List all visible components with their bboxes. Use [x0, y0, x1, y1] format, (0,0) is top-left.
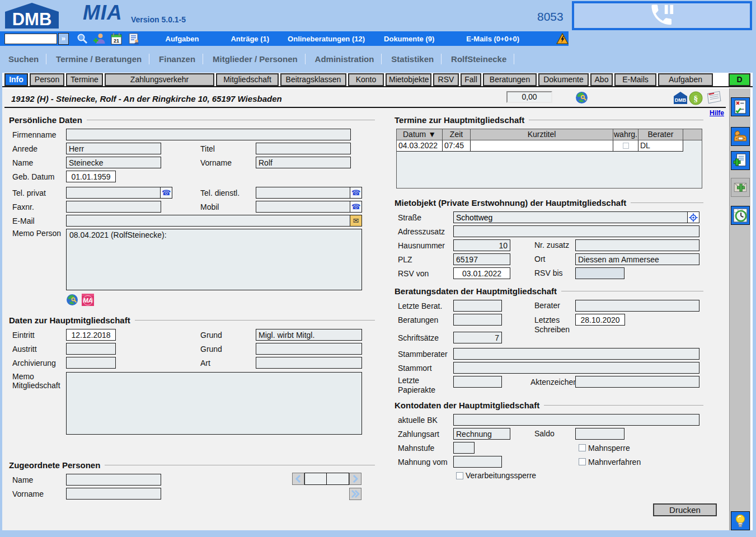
tab-info[interactable]: Info	[4, 73, 28, 86]
table-row[interactable]: 04.03.2022 07:45 DL	[397, 140, 702, 152]
art-input[interactable]	[256, 357, 362, 369]
tel-privat-input[interactable]	[67, 187, 160, 198]
pager-previous-button[interactable]	[292, 473, 304, 485]
open-persons-list-button[interactable]	[349, 488, 361, 500]
titel-input[interactable]	[256, 143, 351, 154]
mobil-input[interactable]	[256, 201, 350, 212]
column-header-berater[interactable]: Berater	[638, 129, 683, 140]
globe-key-icon[interactable]	[66, 294, 78, 308]
nr-zusatz-input[interactable]	[575, 239, 699, 251]
dmb-icon[interactable]: DMB	[673, 91, 688, 105]
add-document-icon[interactable]	[731, 151, 750, 170]
column-header-zeit[interactable]: Zeit	[443, 129, 471, 140]
add-person-icon[interactable]	[93, 32, 105, 45]
column-header-datum[interactable]: Datum ▼	[397, 129, 443, 140]
search-icon[interactable]	[77, 32, 88, 45]
bulb-icon[interactable]	[731, 511, 750, 530]
berater-input[interactable]	[575, 300, 699, 312]
pager-next-button[interactable]	[349, 473, 361, 485]
tab-termine[interactable]: Termine	[66, 73, 103, 86]
grund-eintritt-input[interactable]	[256, 329, 362, 341]
tab-beitragsklassen[interactable]: Beitragsklassen	[280, 73, 346, 86]
paragraph-icon[interactable]: §	[689, 91, 703, 105]
tab-beratungen[interactable]: Beratungen	[483, 73, 537, 86]
dial-phone-icon[interactable]: ☎	[160, 187, 172, 198]
fax-icon[interactable]	[731, 127, 750, 146]
tab-emails[interactable]: E-Mails	[614, 73, 656, 86]
toolbar-item-dokumente[interactable]: Dokumente (9)	[384, 35, 434, 43]
tab-aufgaben[interactable]: Aufgaben	[658, 73, 713, 86]
firmenname-input[interactable]	[66, 129, 351, 140]
toolbar-item-aufgaben[interactable]: Aufgaben	[166, 35, 199, 43]
dial-phone-icon[interactable]: ☎	[350, 187, 361, 198]
pager-index-field[interactable]	[304, 473, 327, 485]
menu-termine-beratungen[interactable]: Termine / Beratungen	[49, 54, 149, 64]
help-link[interactable]: Hilfe	[710, 109, 724, 117]
stammort-input[interactable]	[453, 362, 699, 374]
ort-input[interactable]	[575, 253, 699, 265]
task-list-icon[interactable]	[128, 32, 140, 45]
mahnsperre-checkbox[interactable]	[579, 444, 586, 451]
austritt-input[interactable]	[66, 343, 116, 355]
hausnummer-input[interactable]	[453, 239, 510, 251]
verarbeitungssperre-checkbox[interactable]	[456, 472, 463, 479]
column-header-kurztitel[interactable]: Kurztitel	[471, 129, 613, 140]
archivierung-input[interactable]	[66, 357, 116, 369]
tab-abo[interactable]: Abo	[590, 73, 613, 86]
tab-mietobjekte[interactable]: Mietobjekte	[386, 73, 431, 86]
mahnstufe-input[interactable]	[453, 442, 475, 454]
aktuelle-bk-input[interactable]	[453, 414, 699, 426]
letzte-papierakte-input[interactable]	[453, 376, 502, 388]
geb-datum-input[interactable]	[66, 171, 116, 182]
wahrgenommen-checkbox[interactable]	[623, 143, 629, 149]
rsv-bis-input[interactable]	[575, 267, 624, 279]
send-mail-icon[interactable]: ✉	[350, 215, 361, 226]
menu-mitglieder-personen[interactable]: Mitglieder / Personen	[205, 54, 306, 64]
menu-suchen[interactable]: Suchen	[1, 54, 46, 64]
anrede-input[interactable]	[66, 143, 161, 154]
warning-icon[interactable]	[556, 32, 569, 45]
toolbar-item-onlineberatungen[interactable]: Onlineberatungen (12)	[288, 35, 365, 43]
menu-user-rolfsteinecke[interactable]: RolfSteinecke	[444, 54, 514, 64]
newspaper-icon[interactable]	[705, 90, 720, 103]
memo-person-textarea[interactable]: 08.04.2021 (RolfSteinecke):	[66, 229, 362, 290]
stammberater-input[interactable]	[453, 348, 699, 360]
beratungen-input[interactable]	[453, 314, 502, 326]
menu-finanzen[interactable]: Finanzen	[152, 54, 203, 64]
column-header-wahrg[interactable]: wahrg.	[613, 129, 638, 140]
saldo-input[interactable]	[575, 428, 624, 440]
tab-rsv[interactable]: RSV	[433, 73, 459, 86]
locate-address-icon[interactable]	[687, 212, 699, 223]
quick-search-go-button[interactable]: »	[58, 33, 69, 45]
mahnverfahren-checkbox[interactable]	[579, 458, 586, 465]
toolbar-item-antraege[interactable]: Anträge (1)	[231, 35, 269, 43]
email-input[interactable]	[67, 215, 350, 226]
tab-dokumente[interactable]: Dokumente	[538, 73, 589, 86]
menu-administration[interactable]: Administration	[308, 54, 382, 64]
print-button[interactable]: Drucken	[653, 503, 717, 516]
strasse-input[interactable]	[454, 212, 687, 223]
phone-panel[interactable]	[572, 1, 752, 30]
zahlungsart-input[interactable]	[453, 428, 510, 440]
globe-key-icon[interactable]	[575, 91, 590, 105]
eintritt-input[interactable]	[66, 329, 116, 341]
letzte-berat-input[interactable]	[453, 300, 502, 312]
calendar-icon[interactable]: 21	[110, 32, 123, 45]
quick-search-input[interactable]	[4, 34, 57, 44]
vorname-input[interactable]	[256, 157, 351, 168]
pager-count-field[interactable]	[327, 473, 349, 485]
tab-person[interactable]: Person	[30, 73, 64, 86]
mahnung-vom-input[interactable]	[453, 456, 502, 468]
menu-statistiken[interactable]: Statistiken	[384, 54, 442, 64]
rsv-von-input[interactable]	[453, 267, 510, 279]
plz-input[interactable]	[453, 253, 510, 265]
tab-zahlungsverkehr[interactable]: Zahlungsverkehr	[105, 73, 214, 86]
grund-austritt-input[interactable]	[256, 343, 362, 355]
memo-mitgliedschaft-textarea[interactable]	[66, 372, 362, 435]
ma-icon[interactable]: MA	[82, 294, 94, 308]
checklist-icon[interactable]	[731, 97, 750, 116]
adresszusatz-input[interactable]	[453, 225, 699, 237]
toolbar-item-emails[interactable]: E-Mails (0+0+0)	[466, 35, 519, 43]
letztes-schreiben-input[interactable]	[575, 314, 625, 326]
assigned-name-input[interactable]	[66, 474, 161, 486]
